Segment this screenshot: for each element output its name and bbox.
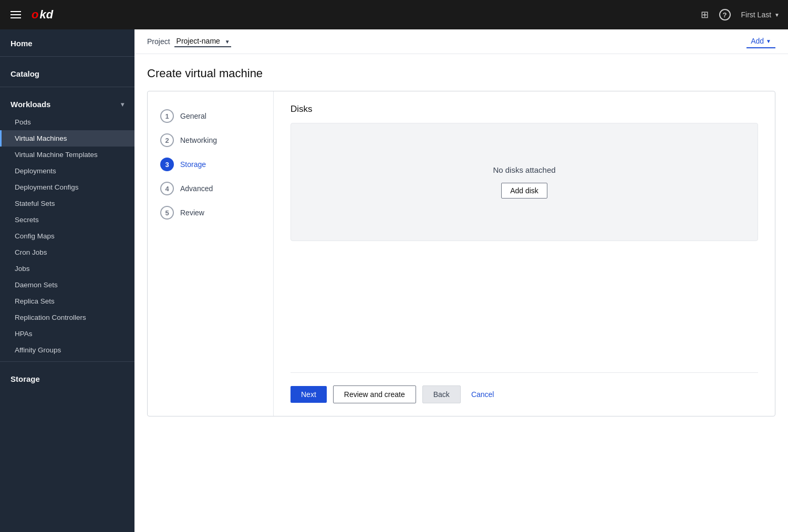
user-caret-icon: ▼ xyxy=(774,12,780,18)
add-button-label: Add xyxy=(751,37,764,45)
app-logo: okd xyxy=(32,8,53,22)
step-num-1: 1 xyxy=(160,109,174,123)
sidebar-item-stateful-sets[interactable]: Stateful Sets xyxy=(0,195,134,212)
add-button[interactable]: Add ▼ xyxy=(746,35,775,48)
sidebar-home[interactable]: Home xyxy=(0,29,134,53)
layout: Home Catalog Workloads ▾ Pods Virtual Ma… xyxy=(0,29,788,532)
sidebar-catalog[interactable]: Catalog xyxy=(0,60,134,84)
user-menu[interactable]: First Last ▼ xyxy=(741,11,780,19)
subheader: Project Project-name ▼ Add ▼ xyxy=(134,29,788,54)
page-title: Create virtual machine xyxy=(147,67,775,80)
step-label-review: Review xyxy=(180,208,204,217)
step-label-general: General xyxy=(180,112,206,120)
project-select[interactable]: Project-name xyxy=(174,36,231,47)
step-num-5: 5 xyxy=(160,206,174,220)
wizard-footer: Next Review and create Back Cancel xyxy=(291,372,758,403)
logo-kd: kd xyxy=(39,8,53,22)
user-label: First Last xyxy=(741,11,772,19)
sidebar-item-replica-sets[interactable]: Replica Sets xyxy=(0,293,134,309)
hamburger-menu[interactable] xyxy=(8,9,23,20)
help-icon[interactable]: ? xyxy=(719,9,731,20)
step-label-advanced: Advanced xyxy=(180,184,213,193)
disks-empty-state: No disks attached Add disk xyxy=(291,123,758,241)
no-disks-text: No disks attached xyxy=(493,165,555,174)
topbar: okd ⊞ ? First Last ▼ xyxy=(0,0,788,29)
project-label: Project xyxy=(147,37,170,46)
sidebar-workloads-label: Workloads xyxy=(11,100,50,109)
topbar-right: ⊞ ? First Last ▼ xyxy=(701,9,780,20)
workloads-caret-icon: ▾ xyxy=(121,101,124,108)
sidebar-item-pods[interactable]: Pods xyxy=(0,114,134,130)
sidebar: Home Catalog Workloads ▾ Pods Virtual Ma… xyxy=(0,29,134,532)
wizard-step-2[interactable]: 2 Networking xyxy=(148,128,273,152)
wizard-steps: 1 General 2 Networking 3 Storage 4 Advan… xyxy=(148,91,274,416)
step-num-4: 4 xyxy=(160,182,174,195)
sidebar-item-secrets[interactable]: Secrets xyxy=(0,212,134,228)
sidebar-item-hpas[interactable]: HPAs xyxy=(0,326,134,342)
sidebar-item-deployment-configs[interactable]: Deployment Configs xyxy=(0,179,134,195)
wizard-step-4[interactable]: 4 Advanced xyxy=(148,176,273,201)
sidebar-item-config-maps[interactable]: Config Maps xyxy=(0,228,134,244)
step-num-2: 2 xyxy=(160,133,174,147)
sidebar-item-virtual-machines[interactable]: Virtual Machines xyxy=(0,130,134,147)
main-content: Project Project-name ▼ Add ▼ Create virt… xyxy=(134,29,788,532)
step-label-networking: Networking xyxy=(180,136,217,144)
step-label-storage: Storage xyxy=(180,160,206,169)
logo-o: o xyxy=(32,8,38,22)
cancel-button[interactable]: Cancel xyxy=(467,386,499,403)
add-disk-button[interactable]: Add disk xyxy=(501,183,547,199)
sidebar-item-affinity-groups[interactable]: Affinity Groups xyxy=(0,342,134,358)
subheader-actions: Add ▼ xyxy=(746,35,775,48)
grid-icon[interactable]: ⊞ xyxy=(701,9,709,20)
project-selector[interactable]: Project-name ▼ xyxy=(174,36,231,47)
review-create-button[interactable]: Review and create xyxy=(333,385,416,403)
sidebar-storage[interactable]: Storage xyxy=(0,365,134,389)
sidebar-item-vm-templates[interactable]: Virtual Machine Templates xyxy=(0,147,134,163)
section-title: Disks xyxy=(291,104,758,114)
back-button[interactable]: Back xyxy=(422,385,461,403)
sidebar-item-cron-jobs[interactable]: Cron Jobs xyxy=(0,244,134,260)
wizard-step-3[interactable]: 3 Storage xyxy=(148,152,273,176)
wizard-card: 1 General 2 Networking 3 Storage 4 Advan… xyxy=(147,91,775,416)
sidebar-item-replication-controllers[interactable]: Replication Controllers xyxy=(0,309,134,326)
wizard-step-1[interactable]: 1 General xyxy=(148,104,273,128)
sidebar-item-jobs[interactable]: Jobs xyxy=(0,260,134,277)
step-num-3: 3 xyxy=(160,158,174,171)
sidebar-item-deployments[interactable]: Deployments xyxy=(0,163,134,179)
wizard-step-5[interactable]: 5 Review xyxy=(148,201,273,225)
page-content: Create virtual machine 1 General 2 Netwo… xyxy=(134,54,788,532)
sidebar-workloads[interactable]: Workloads ▾ xyxy=(0,90,134,114)
next-button[interactable]: Next xyxy=(291,386,327,403)
add-button-caret-icon: ▼ xyxy=(766,38,771,44)
wizard-main: Disks No disks attached Add disk Next Re… xyxy=(274,91,775,416)
sidebar-item-daemon-sets[interactable]: Daemon Sets xyxy=(0,277,134,293)
